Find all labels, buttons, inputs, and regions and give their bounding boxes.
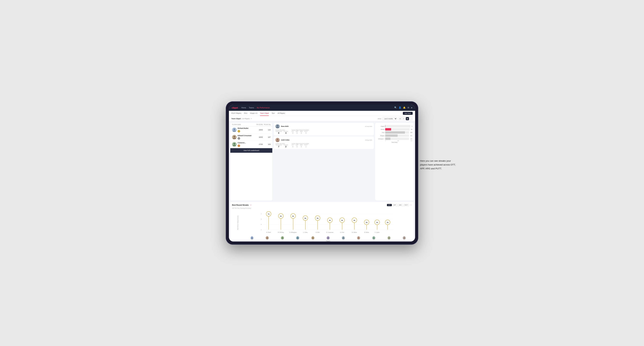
card-header: Rees Britt 02 Sep 2023 xyxy=(276,124,372,128)
tournament-value: 7 xyxy=(278,146,279,148)
x-label-400: 400 xyxy=(410,140,412,141)
settings-icon[interactable]: ⚙ xyxy=(408,106,409,109)
y-axis-label: Best Streak, Fairway Accuracy xyxy=(237,215,238,230)
avatar xyxy=(232,128,236,132)
list-view-btn[interactable]: ≡ xyxy=(402,117,405,120)
bar-fill xyxy=(385,134,398,137)
arg-label: ARG xyxy=(300,131,302,132)
card-avatar xyxy=(276,124,280,128)
avatar xyxy=(232,142,236,147)
card-date: 26 Aug 2023 xyxy=(365,140,372,141)
y-axis-container: Best Streak, Fairway Accuracy xyxy=(232,210,244,235)
practice-col: Practice 4 xyxy=(284,131,288,134)
svg-point-3 xyxy=(234,136,235,138)
sub-nav: PGAT Players PGA Hcaps 1-5 Team Clippd T… xyxy=(229,111,415,116)
user-icon[interactable]: 👤 xyxy=(399,106,401,109)
table-row: Richard Butler 1 19/20 110 xyxy=(230,126,272,134)
chart-x-labels: 0 200 400 xyxy=(376,140,412,141)
svg-point-76 xyxy=(358,237,359,238)
add-team-button[interactable]: Add Team xyxy=(403,112,413,115)
sub-nav-pga[interactable]: PGA xyxy=(244,111,247,116)
main-content: Team Clippd | 14 Players ✏ Show Last 3 m… xyxy=(229,116,415,241)
table-row: Cameron... 3 17/20 103 xyxy=(230,141,272,148)
x-label-200: 200 xyxy=(397,140,399,141)
nav-teams[interactable]: Teams xyxy=(249,107,254,109)
sub-nav-pgat[interactable]: PGAT Players xyxy=(231,111,241,116)
streaks-filters: OTT APP ARG PUTT ← xyxy=(387,204,412,206)
sub-nav-team-clippd[interactable]: Team Clippd xyxy=(260,111,269,116)
svg-text:D. Billingham: D. Billingham xyxy=(290,232,296,233)
svg-point-5 xyxy=(234,143,235,145)
svg-point-80 xyxy=(388,237,390,238)
bar-container xyxy=(385,134,409,137)
practice-col: Practice 2 xyxy=(284,144,288,148)
bell-icon[interactable]: 🔔 xyxy=(403,106,406,109)
grid-view-btn[interactable]: ⊞ xyxy=(398,117,402,120)
filter-app[interactable]: APP xyxy=(392,204,397,206)
player-name: Cameron... xyxy=(238,142,256,144)
list-item xyxy=(387,236,391,240)
rounds-label: Total Rounds xyxy=(276,130,288,131)
player-cards-panel: Rees Britt 02 Sep 2023 Total Rounds Tour… xyxy=(274,123,374,200)
bar-row-eagles: Eagles 3 xyxy=(376,125,412,127)
list-item xyxy=(342,236,345,240)
nav-home[interactable]: Home xyxy=(241,107,246,109)
search-icon[interactable]: 🔍 xyxy=(394,106,397,109)
x-label-0: 0 xyxy=(385,140,386,141)
bar-chart: Eagles 3 Birdies 96 xyxy=(376,125,412,140)
bar-label-eagles: Eagles xyxy=(376,126,384,127)
filter-arg[interactable]: ARG xyxy=(398,204,403,206)
sub-nav-hcaps[interactable]: Hcaps 1-5 xyxy=(250,111,257,116)
bar-value-eagles: 3 xyxy=(412,126,412,127)
svg-text:6x: 6x xyxy=(292,215,294,217)
putt-col: PUTT 0 xyxy=(304,131,308,134)
bar-label-birdies: Birdies xyxy=(376,129,384,130)
player-name: Richard Butler xyxy=(238,127,256,129)
avatar-icon[interactable]: ● xyxy=(411,106,412,109)
svg-point-78 xyxy=(373,237,374,238)
bar-row-bogeys: Bogeys 311 xyxy=(376,134,412,137)
player-avg: 107 xyxy=(265,136,270,138)
streaks-section: Best Round Streaks ← OTT APP ARG PUTT ← … xyxy=(230,202,414,240)
sub-nav-tour[interactable]: Tour xyxy=(272,111,275,116)
list-item xyxy=(296,236,300,240)
avatar xyxy=(342,236,345,240)
filter-ott[interactable]: OTT xyxy=(387,204,392,206)
bar-row-pars: Pars 499 xyxy=(376,131,412,134)
streak-chart-container: Best Streak, Fairway Accuracy 7 5 3 1 xyxy=(232,210,412,238)
filter-putt[interactable]: PUTT xyxy=(404,204,409,206)
list-item xyxy=(311,236,315,240)
ott-value: 0 xyxy=(292,132,293,134)
card-view-btn[interactable]: ▦ xyxy=(406,117,409,120)
svg-point-66 xyxy=(282,237,283,238)
rounds-group: Total Rounds Tournament 7 Practice 2 xyxy=(276,143,288,148)
sub-nav-all-players[interactable]: All Players xyxy=(278,111,285,116)
edit-icon[interactable]: ✏ xyxy=(251,118,252,120)
avatar xyxy=(296,236,300,240)
list-item xyxy=(357,236,360,240)
practice-value: 2 xyxy=(286,146,286,148)
activities-group: Total Practice Activities OTT 0 APP 0 xyxy=(292,130,309,134)
nav-my-performance[interactable]: My Performance xyxy=(257,107,270,109)
list-item xyxy=(280,236,284,240)
tournament-col: Tournament 7 xyxy=(276,144,282,148)
arg-value: 0 xyxy=(301,146,302,148)
putt-label: PUTT xyxy=(304,131,308,132)
view-leaderboard-button[interactable]: View Full Leaderboard xyxy=(230,148,272,153)
period-dropdown[interactable]: Last 3 months xyxy=(382,117,397,120)
svg-point-68 xyxy=(297,237,298,238)
tournament-label: Tournament xyxy=(276,131,282,132)
player-score: 19/20 xyxy=(257,129,264,131)
avatar xyxy=(232,135,236,140)
rank-badge: 3 xyxy=(238,145,240,147)
svg-point-70 xyxy=(312,237,314,238)
tablet-frame: clippd Home Teams My Performance 🔍 👤 🔔 ⚙… xyxy=(226,101,418,245)
card-player-name: Rees Britt xyxy=(281,126,288,127)
detail-view-btn[interactable]: ↕ xyxy=(410,117,413,120)
svg-text:J. Coles: J. Coles xyxy=(303,232,308,233)
content-area: PLAYER NAME PB SCORE PB AVG SQ Richard B… xyxy=(229,121,415,202)
leaderboard-panel: PLAYER NAME PB SCORE PB AVG SQ Richard B… xyxy=(230,123,272,200)
ott-col: OTT 0 xyxy=(292,144,294,148)
streaks-header: Best Round Streaks ← OTT APP ARG PUTT ← xyxy=(232,204,412,206)
svg-text:5: 5 xyxy=(261,218,262,220)
